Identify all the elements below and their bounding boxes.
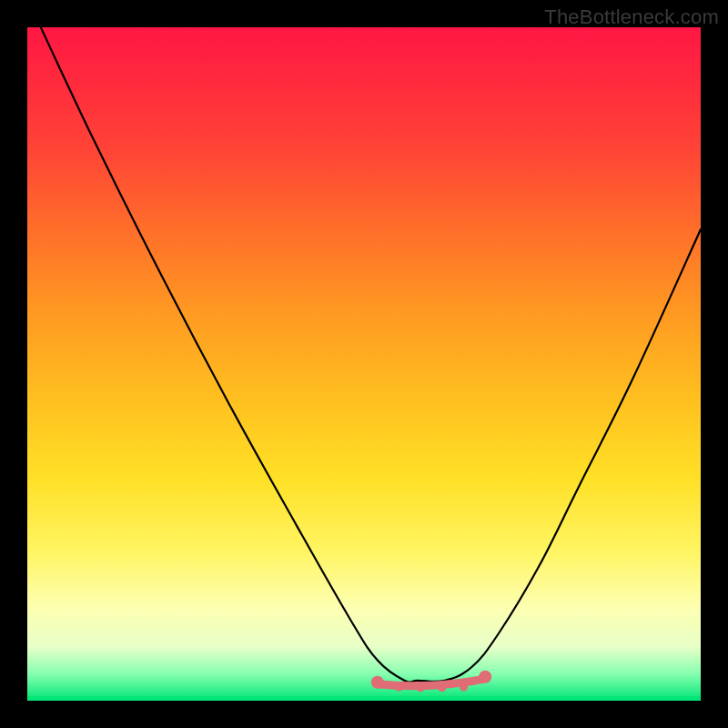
- bottleneck-curve: [27, 27, 701, 701]
- svg-point-5: [460, 683, 468, 692]
- svg-point-1: [479, 671, 491, 683]
- bottom-green-bar: [27, 696, 701, 701]
- chart-plot-area: [27, 27, 701, 701]
- svg-point-2: [395, 683, 403, 692]
- svg-point-4: [438, 683, 446, 692]
- watermark-text: TheBottleneck.com: [544, 5, 719, 29]
- svg-point-3: [417, 683, 425, 692]
- svg-point-0: [371, 676, 384, 689]
